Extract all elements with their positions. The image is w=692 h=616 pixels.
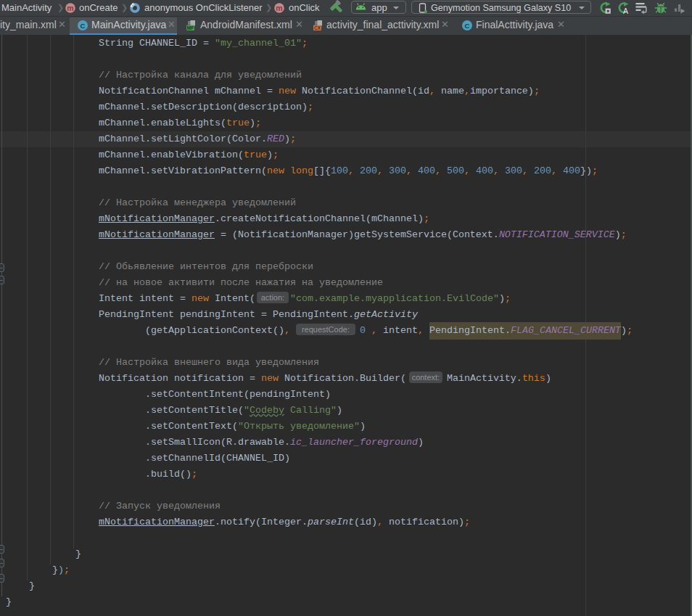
svg-text:m: m [67,4,73,12]
svg-text:C: C [465,22,470,30]
svg-text:A: A [623,7,628,15]
svg-text:m: m [276,4,282,12]
svg-text:CX: CX [314,25,321,30]
svg-text:MF: MF [187,25,194,30]
svg-text:C: C [81,22,86,30]
